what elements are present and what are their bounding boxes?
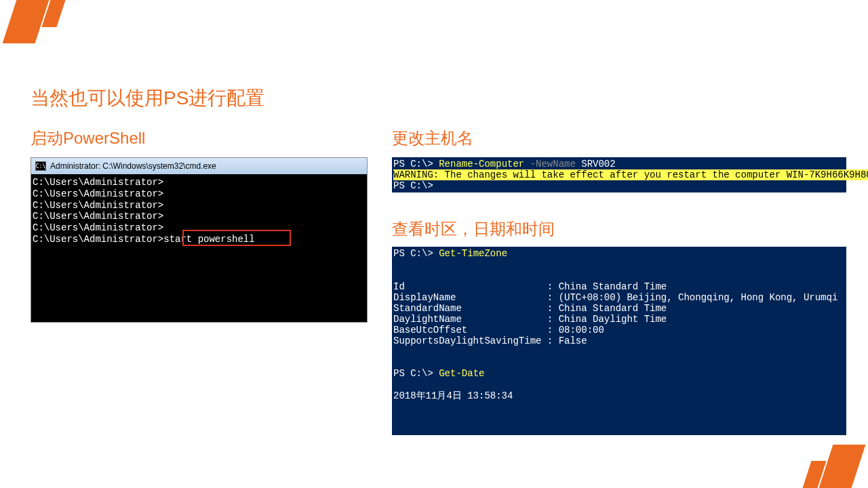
subtitle-rename-host: 更改主机名 bbox=[392, 127, 846, 149]
highlight-box bbox=[182, 230, 291, 246]
ps-prompt: PS C:\> bbox=[393, 368, 439, 379]
page-title: 当然也可以使用PS进行配置 bbox=[31, 85, 264, 111]
logo-top bbox=[9, 0, 84, 43]
subtitle-start-powershell: 启动PowerShell bbox=[31, 127, 366, 149]
cmd-window: C:\ Administrator: C:\Windows\system32\c… bbox=[31, 157, 368, 323]
cmd-line: C:\Users\Administrator> bbox=[33, 211, 366, 222]
tz-output: Id : China Standard Time DisplayName : (… bbox=[393, 281, 837, 346]
powershell-rename-block: PS C:\> Rename-Computer -NewName SRV002 … bbox=[392, 157, 846, 192]
cmd-title-text: Administrator: C:\Windows\system32\cmd.e… bbox=[50, 161, 216, 171]
ps-prompt: PS C:\> bbox=[393, 159, 439, 169]
cmd-line: C:\Users\Administrator> bbox=[33, 200, 366, 211]
powershell-timezone-block: PS C:\> Get-TimeZone Id : China Standard… bbox=[392, 247, 846, 435]
ps-arg: SRV002 bbox=[581, 159, 615, 169]
ps-prompt: PS C:\> bbox=[393, 180, 433, 191]
cmd-icon: C:\ bbox=[35, 161, 46, 171]
left-column: 启动PowerShell C:\ Administrator: C:\Windo… bbox=[31, 127, 366, 323]
ps-cmdlet: Get-Date bbox=[439, 368, 484, 379]
ps-param: -NewName bbox=[530, 159, 582, 169]
ps-cmdlet: Rename-Computer bbox=[439, 159, 530, 169]
right-column: 更改主机名 PS C:\> Rename-Computer -NewName S… bbox=[392, 127, 846, 435]
cmd-line: C:\Users\Administrator> bbox=[33, 188, 366, 200]
logo-bottom bbox=[784, 445, 859, 488]
cmd-titlebar: C:\ Administrator: C:\Windows\system32\c… bbox=[31, 158, 367, 174]
cmd-body: C:\Users\Administrator> C:\Users\Adminis… bbox=[31, 174, 367, 322]
ps-warning: WARNING: The changes will take effect af… bbox=[393, 169, 868, 180]
ps-prompt: PS C:\> bbox=[393, 248, 439, 259]
cmd-line: C:\Users\Administrator> bbox=[33, 177, 366, 188]
subtitle-timezone: 查看时区，日期和时间 bbox=[392, 218, 846, 240]
ps-date-output: 2018年11月4日 13:58:34 bbox=[393, 390, 513, 401]
ps-cmdlet: Get-TimeZone bbox=[439, 248, 507, 259]
